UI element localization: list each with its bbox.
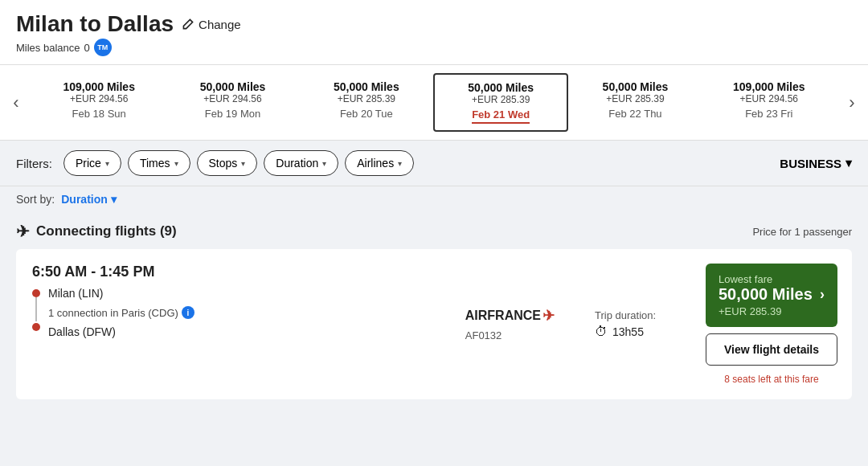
date-miles: 50,000 Miles: [304, 80, 429, 93]
date-eur: +EUR 294.56: [706, 93, 832, 104]
info-icon[interactable]: i: [182, 306, 194, 319]
date-label: Feb 21 Wed: [472, 108, 530, 124]
filter-button-airlines[interactable]: Airlines▾: [345, 150, 414, 176]
date-label: Feb 22 Thu: [572, 108, 698, 120]
edit-icon: [182, 18, 194, 31]
change-button[interactable]: Change: [182, 18, 241, 31]
filter-chevron-icon: ▾: [174, 159, 178, 168]
trip-duration-value: ⏱ 13h55: [595, 325, 675, 339]
flight-time: 6:50 AM - 1:45 PM: [32, 264, 425, 280]
results-section: ✈ Connecting flights (9) Price for 1 pas…: [0, 214, 868, 399]
carousel-dates: 109,000 Miles+EUR 294.56Feb 18 Sun50,000…: [32, 73, 836, 132]
sort-label: Sort by:: [16, 193, 55, 206]
airline-mark-icon: ✈: [542, 307, 555, 325]
filter-button-stops[interactable]: Stops▾: [197, 150, 258, 176]
fare-miles-text: 50,000 Miles: [719, 285, 813, 304]
date-eur: +EUR 285.39: [572, 93, 698, 104]
date-eur: +EUR 285.39: [304, 93, 429, 104]
filter-btn-label: Airlines: [357, 157, 394, 170]
fare-chevron-icon: ›: [820, 286, 825, 303]
carousel-next-button[interactable]: ›: [836, 92, 868, 113]
date-eur: +EUR 294.56: [36, 93, 162, 104]
route-line: [32, 289, 40, 331]
airline-name: AIRFRANCE ✈: [465, 307, 555, 325]
price-note: Price for 1 passenger: [752, 226, 852, 238]
carousel-date-cell[interactable]: 109,000 Miles+EUR 294.56Feb 23 Fri: [702, 73, 836, 132]
carousel-date-cell[interactable]: 50,000 Miles+EUR 294.56Feb 19 Mon: [166, 73, 299, 132]
date-miles: 109,000 Miles: [706, 80, 832, 93]
header-title-row: Milan to Dallas Change: [16, 11, 852, 37]
filters-bar: Filters: Price▾Times▾Stops▾Duration▾Airl…: [0, 141, 868, 186]
view-label-text: View flight details: [724, 343, 819, 356]
route-vertical-line: [35, 297, 37, 321]
carousel-date-cell[interactable]: 50,000 Miles+EUR 285.39Feb 21 Wed: [433, 73, 568, 132]
flight-card: 6:50 AM - 1:45 PM Milan (LIN) 1 connecti…: [16, 249, 852, 399]
filter-btn-label: Price: [76, 157, 101, 170]
results-title-row: ✈ Connecting flights (9): [16, 222, 177, 241]
carousel-prev-button[interactable]: ‹: [0, 92, 32, 113]
trip-duration-section: Trip duration: ⏱ 13h55: [579, 249, 691, 399]
date-miles: 50,000 Miles: [170, 80, 295, 93]
date-carousel: ‹ 109,000 Miles+EUR 294.56Feb 18 Sun50,0…: [0, 65, 868, 141]
destination-text: Dallas (DFW): [48, 325, 194, 338]
filter-btn-label: Duration: [276, 157, 318, 170]
seats-left-text: 8 seats left at this fare: [706, 374, 837, 385]
trip-duration-label: Trip duration:: [595, 309, 675, 321]
sort-value-text: Duration: [61, 193, 108, 206]
date-label: Feb 23 Fri: [706, 108, 832, 120]
results-header: ✈ Connecting flights (9) Price for 1 pas…: [16, 222, 852, 241]
miles-balance-label: Miles balance: [16, 42, 80, 54]
miles-balance-row: Miles balance 0 TM: [16, 39, 852, 56]
date-label: Feb 18 Sun: [36, 108, 162, 120]
page-title: Milan to Dallas: [16, 11, 174, 37]
filter-chevron-icon: ▾: [105, 159, 109, 168]
fare-eur: +EUR 285.39: [719, 305, 825, 317]
class-chevron-icon: ▾: [845, 156, 852, 170]
filter-btn-label: Times: [140, 157, 170, 170]
class-label: BUSINESS: [780, 157, 841, 170]
sort-bar: Sort by: Duration ▾: [0, 186, 868, 214]
miles-balance-value: 0: [84, 42, 90, 54]
filter-btn-label: Stops: [209, 157, 238, 170]
filters-label: Filters:: [16, 157, 52, 170]
date-miles: 50,000 Miles: [572, 80, 698, 93]
flight-route: Milan (LIN) 1 connection in Paris (CDG) …: [32, 287, 425, 338]
page-header: Milan to Dallas Change Miles balance 0 T…: [0, 0, 868, 65]
date-miles: 109,000 Miles: [36, 80, 162, 93]
change-label: Change: [199, 18, 241, 31]
clock-icon: ⏱: [595, 325, 608, 339]
sort-value-button[interactable]: Duration ▾: [61, 193, 117, 206]
trip-duration-text: 13h55: [612, 325, 644, 338]
filter-button-times[interactable]: Times▾: [128, 150, 190, 176]
filter-button-duration[interactable]: Duration▾: [264, 150, 338, 176]
filter-chevron-icon: ▾: [398, 159, 402, 168]
lowest-fare-button[interactable]: Lowest fare 50,000 Miles › +EUR 285.39: [706, 264, 837, 327]
date-eur: +EUR 285.39: [438, 94, 563, 105]
carousel-date-cell[interactable]: 109,000 Miles+EUR 294.56Feb 18 Sun: [32, 73, 166, 132]
filter-chevron-icon: ▾: [322, 159, 326, 168]
flight-info-section: 6:50 AM - 1:45 PM Milan (LIN) 1 connecti…: [16, 249, 441, 399]
date-eur: +EUR 294.56: [170, 93, 295, 104]
results-title-text: Connecting flights (9): [36, 223, 177, 239]
fare-miles-row: 50,000 Miles ›: [719, 285, 825, 304]
filter-chevron-icon: ▾: [241, 159, 245, 168]
origin-dot: [32, 289, 40, 297]
date-label: Feb 19 Mon: [170, 108, 295, 120]
carousel-date-cell[interactable]: 50,000 Miles+EUR 285.39Feb 20 Tue: [300, 73, 433, 132]
class-button[interactable]: BUSINESS ▾: [780, 156, 852, 170]
sort-chevron-icon: ▾: [111, 193, 117, 206]
fare-label: Lowest fare: [719, 273, 825, 285]
fare-section: Lowest fare 50,000 Miles › +EUR 285.39 V…: [691, 249, 852, 399]
date-miles: 50,000 Miles: [438, 81, 563, 94]
filter-buttons-group: Price▾Times▾Stops▾Duration▾Airlines▾: [63, 150, 414, 176]
connecting-flights-icon: ✈: [16, 222, 30, 241]
carousel-date-cell[interactable]: 50,000 Miles+EUR 285.39Feb 22 Thu: [568, 73, 702, 132]
flight-number: AF0132: [465, 329, 555, 341]
airline-section: AIRFRANCE ✈ AF0132: [441, 249, 579, 399]
view-flight-details-button[interactable]: View flight details: [706, 333, 837, 366]
date-label: Feb 20 Tue: [304, 108, 429, 120]
filter-button-price[interactable]: Price▾: [63, 150, 121, 176]
connection-text: 1 connection in Paris (CDG) i: [48, 306, 194, 319]
destination-dot: [32, 323, 40, 331]
origin-text: Milan (LIN): [48, 287, 194, 300]
